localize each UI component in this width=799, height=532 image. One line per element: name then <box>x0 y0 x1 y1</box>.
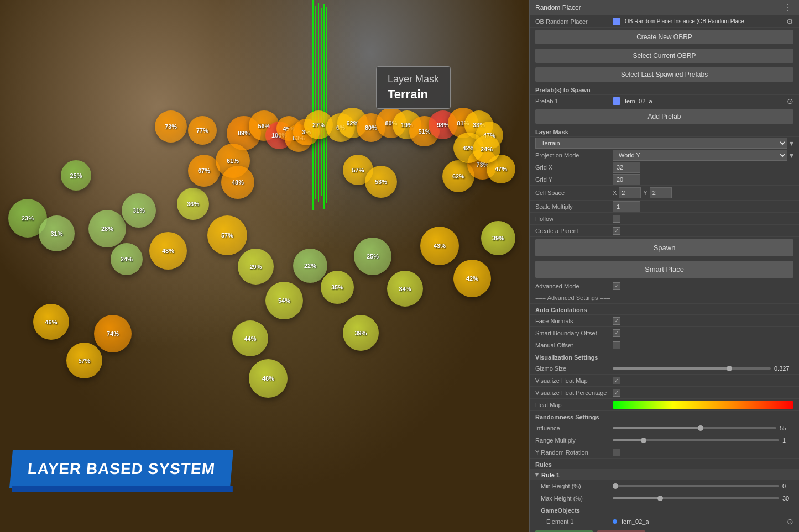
cell-space-label: Cell Space <box>535 189 613 196</box>
influence-label: Influence <box>535 425 613 431</box>
rule1-header[interactable]: ▾ Rule 1 <box>530 470 799 480</box>
layer-mask-popup-title: Layer Mask <box>388 73 439 85</box>
range-multiply-slider[interactable] <box>613 439 779 441</box>
select-current-obrp-button[interactable]: Select Current OBRP <box>535 49 793 63</box>
blob-1: 31% <box>39 215 75 251</box>
blob-7: 57% <box>207 215 247 255</box>
blob-44: 48% <box>221 166 254 199</box>
cell-space-y-input[interactable] <box>650 187 672 198</box>
advanced-settings-header: === Advanced Settings === <box>530 292 799 304</box>
heat-map-display-label: Heat Map <box>535 402 613 408</box>
influence-slider[interactable] <box>613 427 776 429</box>
smart-boundary-checkbox[interactable]: ✓ <box>613 329 620 337</box>
visualize-heat-map-checkbox[interactable]: ✓ <box>613 377 620 384</box>
prefab1-row: Prefab 1 fern_02_a ⊙ <box>530 95 799 107</box>
blob-11: 35% <box>321 271 354 304</box>
prefab1-label: Prefab 1 <box>535 98 613 104</box>
influence-thumb <box>698 425 703 431</box>
select-last-button[interactable]: Select Last Spawned Prefabs <box>535 67 793 82</box>
manual-offset-checkbox[interactable] <box>613 341 620 349</box>
advanced-mode-checkbox[interactable]: ✓ <box>613 282 620 290</box>
ob-placer-icon <box>613 18 620 25</box>
random-placer-label: Random Placer <box>535 4 581 12</box>
rule1-element1-row: Element 1 fern_02_a ⊙ <box>530 515 799 528</box>
visualization-label: Visualization Settings <box>530 351 799 362</box>
projection-mode-label: Projection Mode <box>535 152 613 159</box>
layer-mask-dropdown[interactable]: Terrain <box>535 138 787 149</box>
rule1-buttons-row: Add GameObject Remove Rule <box>530 528 799 532</box>
prefab1-remove-icon[interactable]: ⊙ <box>787 97 793 106</box>
smart-place-button[interactable]: Smart Place <box>535 261 793 278</box>
rule1-max-height-value: 30 <box>782 495 793 502</box>
scale-multiply-row: Scale Multiply <box>530 201 799 213</box>
rule1-element1-settings-icon[interactable]: ⊙ <box>787 517 793 526</box>
create-obrp-button[interactable]: Create New OBRP <box>535 30 793 44</box>
rule1-min-height-thumb <box>613 483 618 489</box>
ob-placer-settings-icon[interactable]: ⚙ <box>786 17 793 26</box>
ob-placer-label: OB Random Placer <box>535 18 613 25</box>
rule1-max-height-slider[interactable] <box>613 497 779 499</box>
advanced-mode-label: Advanced Mode <box>535 283 613 289</box>
projection-mode-dropdown[interactable]: World Y <box>613 150 787 161</box>
ob-random-placer-row: OB Random Placer OB Random Placer Instan… <box>530 15 799 28</box>
ob-placer-value: OB Random Placer Instance (OB Random Pla… <box>625 18 784 24</box>
rule1-element1-value: fern_02_a <box>622 518 649 525</box>
spawn-button[interactable]: Spawn <box>535 239 793 256</box>
gizmo-size-slider-container: 0.327 <box>613 365 793 372</box>
y-random-rotation-row: Y Random Rotation <box>530 446 799 459</box>
gizmo-size-slider[interactable] <box>613 367 771 370</box>
cell-space-x-input[interactable] <box>619 187 641 198</box>
influence-fill <box>613 427 703 429</box>
randomness-label: Randomness Settings <box>530 411 799 422</box>
advanced-mode-row: Advanced Mode ✓ <box>530 280 799 292</box>
create-parent-checkbox[interactable]: ✓ <box>613 227 620 235</box>
grid-y-row: Grid Y <box>530 173 799 186</box>
blob-15: 42% <box>453 260 491 297</box>
blob-22: 48% <box>249 359 288 398</box>
y-random-rotation-checkbox[interactable] <box>613 449 620 456</box>
gizmo-size-fill <box>613 367 732 370</box>
layer-mask-popup-value: Terrain <box>388 87 439 102</box>
blob-52: 24% <box>111 243 143 275</box>
hollow-label: Hollow <box>535 215 613 222</box>
range-multiply-thumb <box>641 438 646 443</box>
grid-x-input[interactable] <box>613 162 640 173</box>
layer-mask-row: Terrain ▾ <box>530 137 799 149</box>
layer-mask-chevron-icon[interactable]: ▾ <box>790 139 793 148</box>
auto-calculations-label: Auto Calculations <box>530 304 799 315</box>
prefabs-section-label: Prefab(s) to Spawn <box>530 84 799 95</box>
face-normals-checkbox[interactable]: ✓ <box>613 317 620 325</box>
cell-space-row: Cell Space X Y <box>530 186 799 201</box>
visualize-heat-pct-label: Visualize Heat Percentage <box>535 389 613 396</box>
hollow-checkbox[interactable] <box>613 215 620 223</box>
range-multiply-slider-container: 1 <box>613 437 793 444</box>
grid-y-input[interactable] <box>613 174 640 185</box>
blob-17: 46% <box>33 304 69 340</box>
rule1-element1-label: Element 1 <box>535 518 613 525</box>
smart-boundary-row: Smart Boundary Offset ✓ <box>530 327 799 339</box>
blob-9: 54% <box>265 282 303 319</box>
add-prefab-button[interactable]: Add Prefab <box>535 109 793 124</box>
projection-chevron-icon[interactable]: ▾ <box>790 151 793 160</box>
influence-value: 55 <box>780 425 793 431</box>
range-multiply-value: 1 <box>782 437 793 444</box>
rules-label: Rules <box>530 459 799 470</box>
rule1-min-height-value: 0 <box>782 483 793 489</box>
grid-x-row: Grid X <box>530 161 799 173</box>
scale-multiply-input[interactable] <box>613 201 640 212</box>
y-random-rotation-label: Y Random Rotation <box>535 449 613 456</box>
blob-23: 73% <box>155 110 187 143</box>
rule1-max-height-thumb <box>657 496 663 501</box>
create-parent-row: Create a Parent ✓ <box>530 225 799 237</box>
panel-menu-icon[interactable]: ⋮ <box>784 2 793 13</box>
visualize-heat-pct-checkbox[interactable]: ✓ <box>613 389 620 397</box>
projection-mode-row: Projection Mode World Y ▾ <box>530 149 799 161</box>
manual-offset-row: Manual Offset <box>530 339 799 351</box>
rule1-max-height-fill <box>613 497 662 499</box>
rule1-min-height-slider[interactable] <box>613 485 779 487</box>
scale-multiply-label: Scale Multiply <box>535 203 613 210</box>
layer-mask-section-label: Layer Mask <box>530 126 799 137</box>
rule1-max-height-label: Max Height (%) <box>535 495 613 502</box>
panel-header: Random Placer ⋮ <box>530 0 799 15</box>
blob-18: 74% <box>94 315 132 352</box>
